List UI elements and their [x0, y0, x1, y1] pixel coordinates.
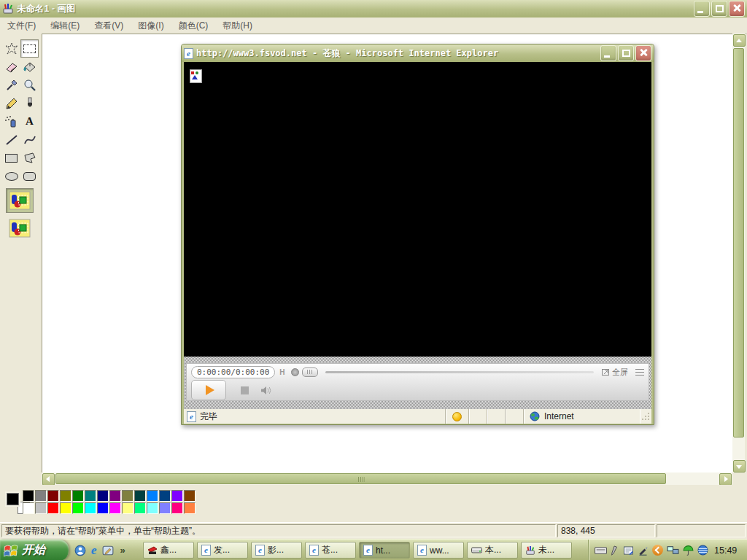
show-desktop-icon[interactable] [102, 545, 114, 556]
color-swatch-#ffff80[interactable] [122, 502, 133, 514]
color-swatch-#ff00ff[interactable] [109, 502, 121, 514]
selection-transparent-option[interactable] [6, 216, 34, 241]
line-tool-icon[interactable] [2, 131, 20, 149]
color-swatch-#000080[interactable] [97, 490, 109, 502]
windows-flag-icon [4, 543, 18, 557]
fullscreen-icon[interactable] [601, 368, 610, 376]
rounded-rectangle-tool-icon[interactable] [20, 167, 39, 185]
ime-pen-icon[interactable] [611, 545, 619, 556]
magnifier-tool-icon[interactable] [20, 76, 39, 94]
taskbar-button-4[interactable]: eht... [359, 542, 410, 559]
color-swatch-#000000[interactable] [23, 490, 34, 502]
color-swatch-#ff8040[interactable] [184, 502, 196, 514]
select-tool-icon[interactable] [20, 39, 39, 58]
umbrella-antivirus-icon[interactable] [683, 545, 694, 556]
seek-track[interactable] [325, 371, 594, 373]
menu-item-1[interactable]: 编辑(E) [43, 18, 87, 34]
ie-minimize-button[interactable] [600, 45, 616, 61]
volume-icon[interactable] [260, 386, 273, 395]
play-button[interactable] [191, 380, 226, 400]
color-swatch-#00ff80[interactable] [134, 502, 146, 514]
scroll-down-button[interactable] [733, 460, 746, 472]
curve-tool-icon[interactable] [20, 131, 39, 149]
writing-pad-icon[interactable] [623, 545, 634, 556]
color-swatch-#008080[interactable] [85, 490, 96, 502]
color-swatch-#8080ff[interactable] [159, 502, 171, 514]
seek-slider-thumb[interactable] [302, 368, 318, 377]
color-swatch-#ff0080[interactable] [171, 502, 183, 514]
seek-knob-icon[interactable] [291, 368, 299, 376]
ie-quicklaunch-icon[interactable]: e [91, 543, 97, 558]
scroll-right-button[interactable] [719, 473, 732, 486]
color-swatch-#8000ff[interactable] [171, 490, 183, 502]
scroll-up-button[interactable] [733, 34, 746, 47]
color-swatch-#004040[interactable] [134, 490, 146, 502]
globe-tray-icon[interactable] [697, 545, 708, 556]
color-swatch-#00ffff[interactable] [85, 502, 96, 514]
color-swatch-#808000[interactable] [60, 490, 71, 502]
color-swatch-#800080[interactable] [109, 490, 121, 502]
color-swatch-#c0c0c0[interactable] [35, 502, 47, 514]
messenger-icon[interactable] [74, 545, 86, 556]
selection-opaque-option[interactable] [6, 188, 34, 213]
playlist-icon[interactable] [635, 369, 644, 376]
color-swatch-#004080[interactable] [159, 490, 171, 502]
color-swatch-#808040[interactable] [122, 490, 133, 502]
menu-item-5[interactable]: 帮助(H) [215, 18, 260, 34]
airbrush-tool-icon[interactable] [2, 112, 20, 131]
close-button[interactable] [729, 1, 745, 17]
taskbar-button-0[interactable]: 鑫... [143, 542, 194, 559]
color-swatch-#0080ff[interactable] [147, 490, 158, 502]
menu-item-4[interactable]: 颜色(C) [171, 18, 216, 34]
minimize-button[interactable] [694, 1, 710, 17]
ie-close-button[interactable] [635, 45, 651, 61]
ie-status-done-text: 完毕 [200, 411, 217, 423]
pick-color-tool-icon[interactable] [2, 76, 20, 94]
vertical-scroll-thumb[interactable] [733, 48, 744, 438]
ie-resize-grip[interactable] [640, 409, 651, 424]
horizontal-scroll-thumb[interactable] [55, 473, 666, 484]
start-button[interactable]: 开始 [0, 540, 69, 560]
taskbar-button-3[interactable]: e苍... [305, 542, 356, 559]
eraser-tool-icon[interactable] [2, 58, 20, 76]
menu-item-0[interactable]: 文件(F) [0, 18, 43, 34]
vertical-scrollbar[interactable] [732, 34, 745, 472]
color-swatch-#0000ff[interactable] [97, 502, 109, 514]
stop-button[interactable] [241, 386, 249, 394]
color-swatch-#ffff00[interactable] [60, 502, 71, 514]
horizontal-scrollbar[interactable] [42, 472, 732, 485]
taskbar-button-2[interactable]: e影... [251, 542, 302, 559]
polygon-tool-icon[interactable] [20, 149, 39, 167]
hide-tray-icons-chevron[interactable] [652, 545, 663, 556]
ellipse-tool-icon[interactable] [2, 167, 20, 185]
keyboard-icon[interactable] [595, 546, 607, 555]
color-swatch-#00ff00[interactable] [72, 502, 84, 514]
pencil-tool-icon[interactable] [2, 94, 20, 112]
fullscreen-label[interactable]: 全屏 [612, 367, 628, 378]
taskbar-button-7[interactable]: 未... [521, 542, 572, 559]
brush-tool-icon[interactable] [20, 94, 39, 112]
fill-with-color-tool-icon[interactable] [20, 58, 39, 76]
free-form-select-tool-icon[interactable] [2, 39, 20, 58]
color-swatch-#ffffff[interactable] [23, 502, 34, 514]
network-tray-icon[interactable] [667, 545, 679, 555]
color-swatch-#808080[interactable] [35, 490, 47, 502]
color-swatch-#008000[interactable] [72, 490, 84, 502]
signature-pen-icon[interactable] [638, 545, 649, 556]
taskbar-button-5[interactable]: eww... [413, 542, 464, 559]
rectangle-tool-icon[interactable] [2, 149, 20, 167]
menu-item-2[interactable]: 查看(V) [87, 18, 131, 34]
taskbar-button-1[interactable]: e发... [197, 542, 248, 559]
restore-button[interactable] [711, 1, 727, 17]
text-tool-icon[interactable]: A [20, 112, 39, 131]
ie-restore-button[interactable] [618, 45, 634, 61]
taskbar-button-6[interactable]: 本... [467, 542, 518, 559]
scroll-left-button[interactable] [42, 473, 55, 486]
quicklaunch-overflow-chevron[interactable]: » [120, 545, 125, 556]
color-swatch-#800000[interactable] [47, 490, 59, 502]
color-swatch-#ff0000[interactable] [47, 502, 59, 514]
color-swatch-#804000[interactable] [184, 490, 196, 502]
color-swatch-#80ffff[interactable] [147, 502, 158, 514]
menu-item-3[interactable]: 图像(I) [131, 18, 171, 34]
ie-status-alert-cell[interactable] [445, 409, 468, 424]
